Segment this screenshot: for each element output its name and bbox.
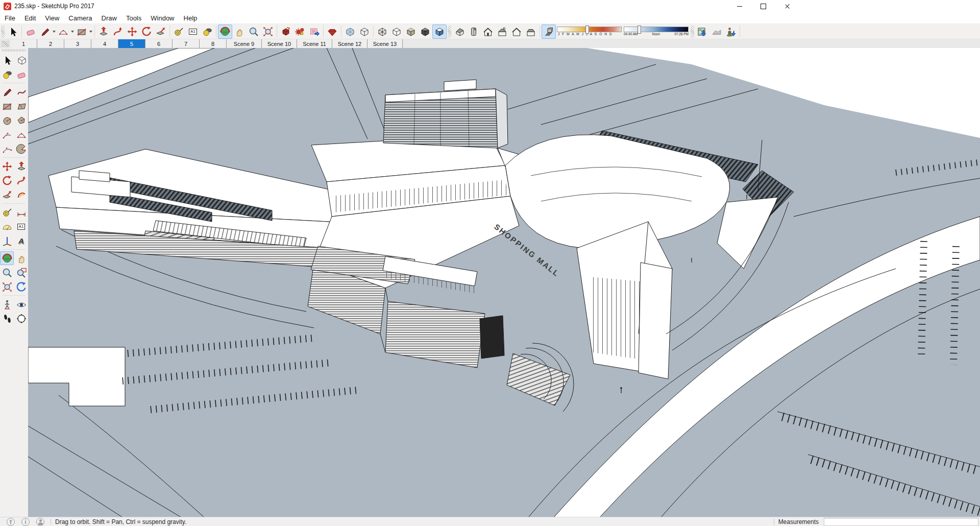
scene-tab-7[interactable]: 7: [173, 39, 200, 49]
dimension-tool[interactable]: [14, 205, 28, 219]
move-tool-button[interactable]: [125, 25, 139, 39]
shadow-date-handle[interactable]: [585, 26, 589, 34]
rectangle-tool[interactable]: [0, 99, 14, 113]
pan-tool[interactable]: [14, 251, 28, 265]
top-view-button[interactable]: [467, 25, 481, 39]
axes-tool[interactable]: [0, 234, 14, 248]
previous-view-tool[interactable]: [14, 280, 28, 294]
right-view-button[interactable]: [495, 25, 509, 39]
arc-tool[interactable]: [0, 128, 14, 141]
eraser-tool[interactable]: [14, 67, 28, 81]
line-tool[interactable]: [0, 85, 14, 99]
xray-style-button[interactable]: [343, 25, 357, 39]
arc-tool-dropdown[interactable]: [70, 25, 75, 38]
make-component-tool[interactable]: [14, 53, 28, 67]
circle-tool[interactable]: [0, 113, 14, 127]
sign-in-icon[interactable]: [36, 518, 44, 526]
menu-tools[interactable]: Tools: [121, 12, 146, 23]
scene-tab-5[interactable]: 5: [118, 39, 145, 49]
pan-tool-button[interactable]: [232, 25, 247, 39]
wireframe-style-button[interactable]: [375, 25, 389, 39]
protractor-tool[interactable]: [0, 220, 14, 233]
scene-tabs-grip[interactable]: [1, 41, 9, 47]
push-pull-tool[interactable]: [14, 159, 28, 173]
back-view-button[interactable]: [509, 25, 524, 39]
shadow-time-track[interactable]: [624, 27, 689, 32]
menu-window[interactable]: Window: [146, 12, 179, 23]
move-tool[interactable]: [0, 159, 14, 173]
follow-me-tool-button[interactable]: [111, 25, 125, 39]
photo-textures-button[interactable]: [724, 25, 738, 39]
tape-measure-tool-button[interactable]: [172, 25, 186, 39]
3d-text-tool[interactable]: A: [14, 234, 28, 248]
select-tool-button[interactable]: [6, 25, 20, 39]
two-point-arc-tool[interactable]: [14, 128, 28, 141]
scene-tab-4[interactable]: 4: [91, 39, 118, 49]
scale-tool-button[interactable]: [154, 25, 168, 39]
menu-draw[interactable]: Draw: [97, 12, 121, 23]
text-tool-button[interactable]: A1: [186, 25, 200, 39]
toolbar-grip[interactable]: [1, 26, 5, 38]
shadow-settings-button[interactable]: [542, 25, 556, 39]
maximize-button[interactable]: [751, 0, 775, 12]
look-around-tool[interactable]: [14, 297, 28, 311]
tape-measure-tool[interactable]: [0, 205, 14, 219]
scene-tab-6[interactable]: 6: [145, 39, 173, 49]
scene-tab-1[interactable]: 1: [10, 39, 37, 49]
arc-tool-button[interactable]: [56, 25, 70, 39]
plugin-box-button[interactable]: [279, 25, 293, 39]
rotated-rectangle-tool[interactable]: [14, 99, 28, 113]
pie-tool[interactable]: [14, 142, 28, 156]
select-tool[interactable]: [0, 53, 14, 67]
shaded-textures-style-button[interactable]: [418, 25, 432, 39]
scene-tab-10[interactable]: Scene 10: [262, 39, 297, 49]
left-view-button[interactable]: [524, 25, 538, 39]
measurements-input[interactable]: [824, 518, 978, 526]
shadow-time-handle[interactable]: [638, 26, 641, 34]
menu-camera[interactable]: Camera: [64, 12, 96, 23]
paint-bucket-tool[interactable]: [0, 67, 14, 81]
shadow-date-track[interactable]: [557, 27, 622, 32]
three-point-arc-tool[interactable]: [0, 142, 14, 156]
rotate-tool[interactable]: [0, 174, 14, 187]
section-compass-tool[interactable]: [14, 312, 28, 325]
shaded-style-button[interactable]: [404, 25, 418, 39]
toggle-terrain-button[interactable]: [709, 25, 724, 39]
hidden-line-style-button[interactable]: [389, 25, 404, 39]
rectangle-tool-dropdown[interactable]: [89, 25, 93, 38]
paint-bucket-tool-button[interactable]: [200, 25, 214, 39]
zoom-extents-tool[interactable]: [0, 280, 14, 294]
back-edges-style-button[interactable]: [357, 25, 372, 39]
shadow-time-slider[interactable]: 04:40 AM Noon 07:28 PM: [624, 25, 689, 38]
menu-help[interactable]: Help: [179, 12, 202, 23]
model-viewport[interactable]: SHOPPING MALL: [28, 48, 980, 517]
plugin-export-button[interactable]: [307, 25, 322, 39]
menu-file[interactable]: File: [0, 12, 20, 23]
rotate-tool-button[interactable]: [139, 25, 154, 39]
zoom-extents-button[interactable]: [261, 25, 275, 39]
scene-tab-3[interactable]: 3: [64, 39, 91, 49]
push-pull-tool-button[interactable]: [96, 25, 111, 39]
freehand-tool[interactable]: [14, 85, 28, 99]
toolbar-grip[interactable]: [448, 26, 451, 38]
zoom-tool-button[interactable]: [247, 25, 261, 39]
toolbar-grip[interactable]: [691, 26, 694, 38]
model-canvas[interactable]: SHOPPING MALL: [28, 48, 980, 517]
iso-view-button[interactable]: [452, 25, 467, 39]
eraser-tool-button[interactable]: [23, 25, 38, 39]
scene-tab-13[interactable]: Scene 13: [368, 39, 403, 49]
position-camera-tool[interactable]: [0, 297, 14, 311]
scale-tool[interactable]: [0, 188, 14, 202]
zoom-window-tool[interactable]: [14, 266, 28, 279]
scene-tab-2[interactable]: 2: [37, 39, 64, 49]
orbit-tool[interactable]: [0, 251, 14, 265]
scene-tab-8[interactable]: 8: [200, 39, 227, 49]
geolocation-icon[interactable]: [7, 518, 15, 526]
zoom-tool[interactable]: [0, 266, 14, 279]
polygon-tool[interactable]: [14, 113, 28, 127]
follow-me-tool[interactable]: [14, 174, 28, 187]
monochrome-style-button[interactable]: [432, 25, 447, 39]
plugin-gears-button[interactable]: [293, 25, 307, 39]
ruby-console-button[interactable]: [325, 25, 339, 39]
line-tool-button[interactable]: [38, 25, 52, 39]
